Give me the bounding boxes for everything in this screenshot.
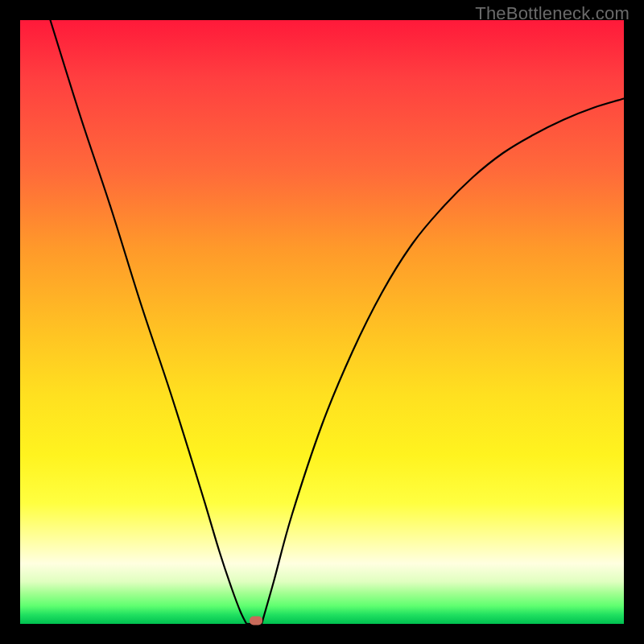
- curve-right-branch: [262, 99, 624, 625]
- curve-left-branch: [51, 20, 247, 624]
- curve-svg: [20, 20, 624, 624]
- plot-area: [20, 20, 624, 624]
- min-marker: [250, 617, 262, 625]
- chart-frame: TheBottleneck.com: [0, 0, 644, 644]
